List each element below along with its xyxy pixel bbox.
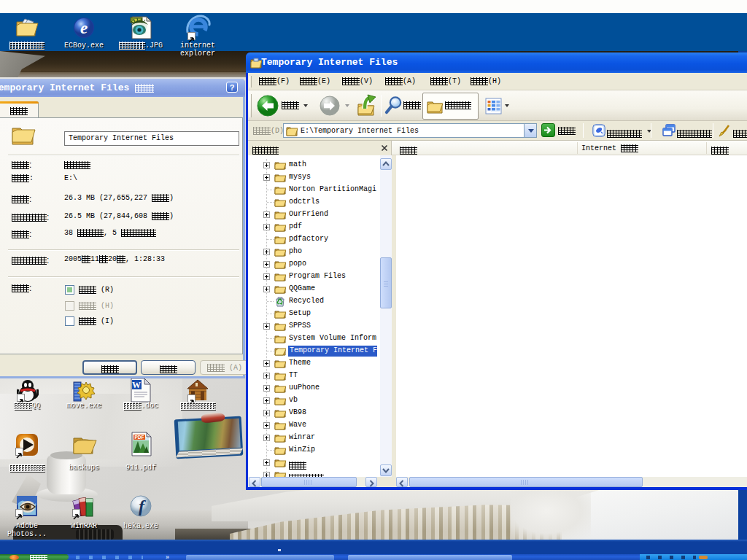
svg-text:e: e [80, 19, 88, 37]
svg-text:W: W [132, 380, 141, 390]
svg-text:PDF: PDF [135, 435, 144, 440]
